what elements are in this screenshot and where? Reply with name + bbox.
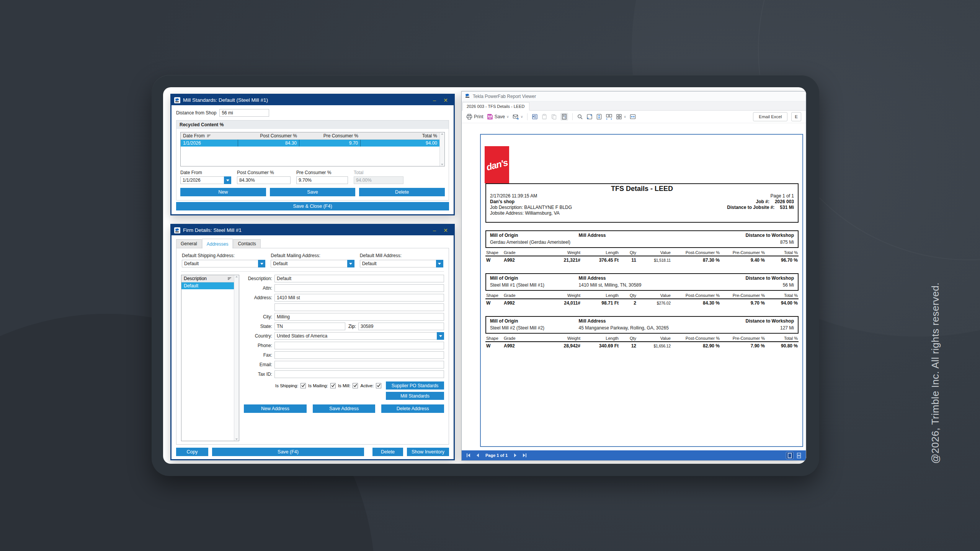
address-list-item-default[interactable]: Default — [181, 282, 234, 289]
minimize-icon[interactable]: – — [430, 97, 439, 103]
chevron-down-icon[interactable]: ∨ — [521, 115, 523, 119]
column-header-date-from[interactable]: Date From — [181, 132, 238, 139]
chevron-down-icon[interactable] — [436, 260, 443, 267]
attn-input[interactable] — [274, 284, 444, 292]
chevron-down-icon[interactable] — [347, 260, 354, 267]
page-grid-button[interactable]: ∨ — [616, 114, 626, 120]
scroll-up-icon[interactable] — [235, 276, 238, 277]
country-select[interactable]: United States of America — [274, 332, 444, 340]
column-header-total[interactable]: Total % — [361, 132, 439, 139]
post-consumer-input[interactable]: 84.30% — [237, 176, 291, 184]
document-map-button[interactable] — [532, 114, 538, 120]
export-excel-button[interactable]: E — [791, 112, 801, 121]
app-icon — [465, 93, 470, 99]
close-icon[interactable]: ✕ — [441, 227, 450, 233]
address-line2-input[interactable] — [274, 303, 444, 311]
default-mill-address-select[interactable]: Default — [360, 260, 443, 267]
recycled-content-row-selected[interactable]: 1/1/2026 84.30 9.70 94.00 — [181, 140, 439, 147]
save-address-button[interactable]: Save Address — [313, 404, 376, 413]
phone-label: Phone: — [244, 343, 274, 348]
distance-to-workshop-label: Distance to Workshop — [709, 318, 794, 324]
is-mailing-checkbox[interactable] — [330, 383, 336, 388]
fit-height-button[interactable] — [596, 114, 602, 120]
taxid-input[interactable] — [274, 370, 444, 378]
tab-contacts[interactable]: Contacts — [233, 239, 260, 248]
default-mailing-address-select[interactable]: Default — [271, 260, 354, 267]
grid-scrollbar[interactable] — [439, 132, 444, 166]
zip-input[interactable]: 30589 — [358, 323, 444, 330]
delete-address-button[interactable]: Delete Address — [381, 404, 444, 413]
print-button[interactable]: Print — [466, 114, 483, 120]
scroll-up-icon[interactable] — [441, 133, 443, 135]
save-button[interactable]: Save — [270, 188, 356, 196]
mill-section: Mill of OriginSteel Mill #1 (Steel Mill … — [485, 273, 799, 306]
default-shipping-address-select[interactable]: Default — [182, 260, 265, 267]
chevron-down-icon[interactable]: ∨ — [624, 115, 626, 119]
delete-firm-button[interactable]: Delete — [372, 448, 403, 456]
description-input[interactable]: Default — [274, 275, 444, 282]
address-input[interactable]: 1410 Mill st — [274, 294, 444, 302]
previous-page-button[interactable] — [476, 453, 480, 458]
is-mill-checkbox[interactable] — [353, 383, 358, 388]
distance-to-jobsite-value: 531 Mi — [780, 205, 794, 210]
pre-consumer-input[interactable]: 9.70% — [296, 176, 348, 184]
email-icon — [513, 114, 519, 120]
scroll-down-icon[interactable] — [441, 164, 443, 165]
last-page-button[interactable] — [522, 453, 527, 458]
show-inventory-button[interactable]: Show Inventory — [407, 448, 449, 456]
email-input[interactable] — [274, 361, 444, 368]
mill-standards-titlebar[interactable]: Mill Standards: Default (Steel Mill #1) … — [172, 95, 454, 105]
save-f4-button[interactable]: Save (F4) — [212, 448, 364, 456]
magnifier-icon — [577, 114, 583, 120]
report-viewer-titlebar[interactable]: Tekla PowerFab Report Viewer — [462, 91, 806, 101]
copy-button[interactable]: Copy — [176, 448, 208, 456]
fax-input[interactable] — [274, 351, 444, 359]
save-and-close-button[interactable]: Save & Close (F4) — [176, 202, 449, 210]
chevron-down-icon[interactable] — [258, 260, 265, 267]
mill-of-origin-label: Mill of Origin — [490, 318, 579, 324]
is-mailing-label: Is Mailing: — [308, 383, 328, 388]
firm-details-titlebar[interactable]: Firm Details: Steel Mill #1 – ✕ — [172, 225, 454, 235]
zoom-fit-page-button[interactable] — [586, 114, 593, 120]
city-input[interactable]: Milling — [274, 313, 444, 321]
page-setup-toggle[interactable] — [560, 113, 568, 121]
address-list-header[interactable]: Description — [181, 275, 234, 282]
multi-page-button[interactable] — [606, 114, 612, 120]
state-input[interactable]: TN — [274, 323, 345, 330]
minimize-icon[interactable]: – — [430, 227, 439, 233]
delete-button[interactable]: Delete — [359, 188, 445, 196]
chevron-down-icon[interactable] — [224, 176, 231, 184]
continuous-view-button[interactable] — [797, 453, 801, 458]
email-report-button[interactable]: ∨ — [513, 114, 523, 120]
save-report-button[interactable]: Save ∨ — [487, 114, 509, 120]
new-button[interactable]: New — [180, 188, 266, 196]
list-scrollbar[interactable] — [234, 275, 239, 441]
single-page-view-button[interactable] — [786, 452, 794, 459]
first-page-button[interactable] — [466, 453, 471, 458]
email-excel-button[interactable]: Email Excel — [753, 112, 787, 121]
is-shipping-checkbox[interactable] — [301, 383, 306, 388]
close-icon[interactable]: ✕ — [441, 97, 450, 103]
date-from-combo[interactable]: 1/1/2026 — [180, 176, 231, 184]
new-address-button[interactable]: New Address — [244, 404, 307, 413]
column-header-post-consumer[interactable]: Post Consumer % — [238, 132, 299, 139]
report-preview-area[interactable]: dan's TFS Details - LEED 2/17/2026 11:39… — [462, 123, 806, 450]
distance-from-shop-input[interactable]: 56 mi — [219, 109, 269, 117]
tab-addresses[interactable]: Addresses — [202, 239, 233, 248]
mill-standards-button[interactable]: Mill Standards — [386, 392, 444, 400]
supplier-po-standards-button[interactable]: Supplier PO Standards — [386, 381, 444, 390]
shop-name: Dan's shop — [490, 199, 514, 204]
chevron-down-icon[interactable] — [437, 332, 444, 340]
fit-width-button[interactable] — [630, 114, 636, 120]
zoom-button[interactable] — [577, 114, 583, 120]
column-header-pre-consumer[interactable]: Pre Consumer % — [299, 132, 361, 139]
check-icon — [301, 384, 305, 387]
scroll-down-icon[interactable] — [235, 439, 238, 440]
tab-general[interactable]: General — [176, 239, 202, 248]
document-map-icon — [532, 114, 538, 120]
report-tab[interactable]: 2026 003 - TFS Details - LEED — [462, 102, 529, 111]
phone-input[interactable] — [274, 342, 444, 349]
active-checkbox[interactable] — [376, 383, 381, 388]
chevron-down-icon[interactable]: ∨ — [506, 115, 509, 119]
next-page-button[interactable] — [513, 453, 517, 458]
